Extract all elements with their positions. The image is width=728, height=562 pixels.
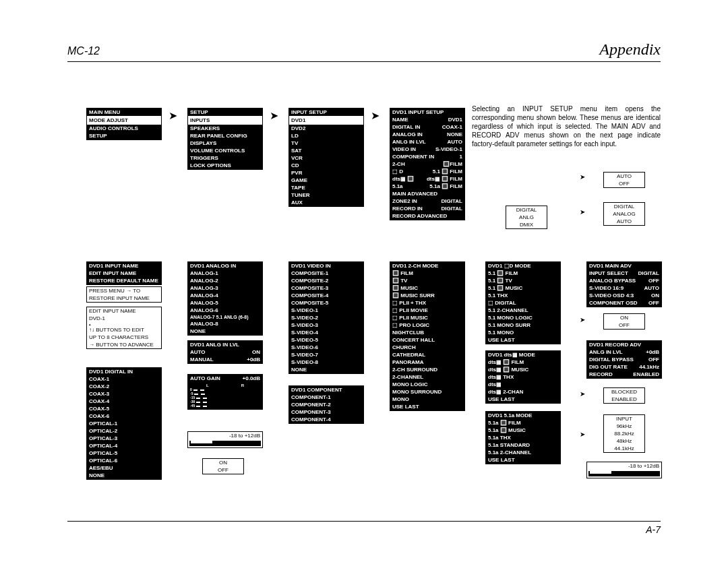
on-off-note: ON OFF	[202, 458, 244, 474]
input-setup-menu: INPUT SETUP DVD1 DVD2 LD TV SAT VCR CD P…	[289, 108, 364, 207]
rates-note: INPUT 96kHz 88.2kHz 48kHz 44.1kHz	[603, 414, 645, 453]
51a-mode-menu: DVD1 5.1a MODE 5.1a 🔳 FILM 5.1a 🔳 MUSIC …	[485, 411, 561, 464]
edit-note: EDIT INPUT NAME DVD-1 ▴ ↑↓ BUTTONS TO ED…	[86, 307, 162, 349]
dvd1-input-setup: DVD1 INPUT SETUP NAMEDVD1 DIGITAL INCOAX…	[390, 108, 465, 220]
arrow-icon: ➤	[580, 174, 585, 181]
range-note: -18 to +12dB	[187, 431, 263, 448]
main-menu: MAIN MENU MODE ADJUST AUDIO CONTROLS SET…	[86, 108, 162, 140]
model-label: MC-12	[67, 45, 100, 57]
dd-mode-menu: DVD1 ⬚D MODE 5.1 🔳 FILM 5.1 🔳 TV 5.1 🔳 M…	[485, 261, 561, 344]
arrow-icon: ➤	[580, 317, 585, 323]
setup-menu: SETUP INPUTS SPEAKERS REAR PANEL CONFIG …	[187, 108, 263, 170]
block-enable-note: BLOCKED ENABLED	[603, 387, 645, 404]
anlg-lvl-menu: DVD1 ANLG IN LVL AUTOON MANUAL+0dB	[187, 340, 263, 364]
analog-in-menu: DVD1 ANALOG IN ANALOG-1 ANALOG-2 ANALOG-…	[187, 261, 263, 336]
2ch-mode-menu: DVD1 2-CH MODE 🔳 FILM 🔳 TV 🔳 MUSIC 🔳 MUS…	[390, 261, 465, 411]
page-number: A-7	[646, 524, 661, 535]
auto-off-note: AUTO OFF	[603, 172, 645, 188]
arrow-icon: ➤	[580, 431, 585, 438]
range-note-2: -18 to +12dB	[586, 462, 662, 478]
digital-in-menu: DVD1 DIGITAL IN COAX-1 COAX-2 COAX-3 COA…	[86, 367, 162, 480]
restore-note: PRESS MENU → TO RESTORE INPUT NAME	[86, 286, 162, 303]
dts-mode-menu: DVD1 dts▦ MODE dts▦ 🔳 FILM dts▦ 🔳 MUSIC …	[485, 350, 561, 404]
arrow-icon: ➤	[169, 111, 177, 121]
description-text: Selecting an INPUT SETUP menu item opens…	[472, 104, 661, 148]
on-off-note-2: ON OFF	[603, 313, 645, 330]
video-in-menu: DVD1 VIDEO IN COMPOSITE-1 COMPOSITE-2 CO…	[289, 261, 364, 374]
dig-ana-auto-note: DIGITAL ANALOG AUTO	[603, 202, 645, 226]
main-adv-menu: DVD1 MAIN ADV INPUT SELECTDIGITAL ANALOG…	[586, 261, 662, 307]
input-name-menu: DVD1 INPUT NAME EDIT INPUT NAME RESTORE …	[86, 261, 162, 285]
zone-opts: DIGITAL ANLG DMIX	[506, 206, 547, 229]
auto-gain-menu: AUTO GAIN+0.0dB LR 0 -5 -15 -30 -45	[187, 374, 263, 410]
arrow-icon: ➤	[371, 111, 380, 121]
arrow-icon: ➤	[580, 209, 585, 216]
component-menu: DVD1 COMPONENT COMPONENT-1 COMPONENT-2 C…	[289, 385, 364, 424]
arrow-icon: ➤	[580, 391, 585, 398]
arrow-icon: ➤	[270, 111, 278, 121]
section-title: Appendix	[599, 40, 661, 59]
record-adv-menu: DVD1 RECORD ADV ANLG IN LVL+0dB DIGITAL …	[586, 340, 662, 379]
